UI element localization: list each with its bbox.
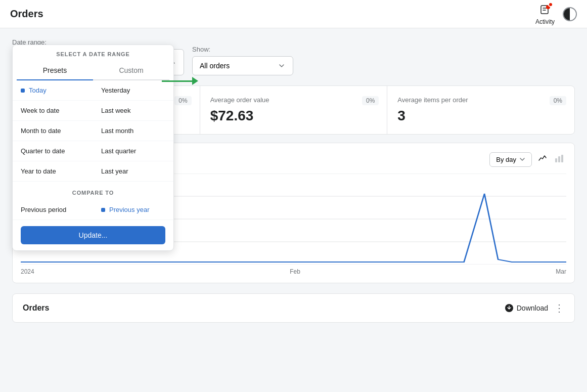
preset-label: Quarter to date xyxy=(21,147,65,155)
line-chart-button[interactable] xyxy=(536,151,550,167)
activity-label: Activity xyxy=(535,18,555,25)
show-select-button[interactable]: All orders xyxy=(192,56,293,75)
preset-label: Month to date xyxy=(21,127,61,135)
stat-value: 3 xyxy=(397,108,564,124)
x-label-mar: Mar xyxy=(556,268,566,275)
arrow-indicator xyxy=(162,77,198,85)
preset-year-to-date[interactable]: Year to date xyxy=(13,161,93,182)
preset-label: Last week xyxy=(101,107,131,114)
compare-section: COMPARE TO Previous period Previous year xyxy=(13,182,173,220)
preset-today[interactable]: Today xyxy=(13,80,93,101)
compare-previous-period[interactable]: Previous period xyxy=(13,200,93,220)
preset-month-to-date[interactable]: Month to date xyxy=(13,121,93,141)
preset-label: Week to date xyxy=(21,107,59,114)
orders-section-title: Orders xyxy=(23,303,49,313)
by-day-label: By day xyxy=(496,156,516,163)
bar-chart-icon xyxy=(554,153,564,163)
preset-label: Today xyxy=(29,86,47,94)
show-label: Show: xyxy=(192,46,293,53)
compare-section-title: COMPARE TO xyxy=(13,188,173,200)
download-icon xyxy=(505,303,514,313)
more-options-button[interactable]: ⋮ xyxy=(554,302,564,314)
top-navigation: Orders Activity xyxy=(0,0,587,28)
preset-dot xyxy=(21,89,25,93)
stat-label: Average items per order xyxy=(397,96,564,104)
tab-custom[interactable]: Custom xyxy=(93,61,169,80)
orders-section-actions: Download ⋮ xyxy=(505,302,564,314)
orders-section-header: Orders Download ⋮ xyxy=(23,302,564,314)
by-day-select[interactable]: By day xyxy=(489,152,532,167)
compare-previous-year[interactable]: Previous year xyxy=(93,200,173,220)
dropdown-tabs: Presets Custom xyxy=(17,61,169,80)
arrow-line xyxy=(162,80,192,82)
nav-left: Orders xyxy=(10,8,43,20)
x-label-2024: 2024 xyxy=(21,268,34,275)
preset-quarter-to-date[interactable]: Quarter to date xyxy=(13,141,93,161)
bar-chart-button[interactable] xyxy=(552,151,566,167)
activity-icon xyxy=(538,3,552,17)
arrow-head xyxy=(192,77,198,85)
page-title: Orders xyxy=(10,8,43,20)
main-content: Date range: Custom (Jan 1 - Mar 18, 2024… xyxy=(0,28,587,333)
preset-label: Yesterday xyxy=(101,86,130,94)
contrast-icon[interactable] xyxy=(563,7,577,21)
chevron-down-icon xyxy=(278,62,286,70)
date-range-dropdown: SELECT A DATE RANGE Presets Custom Today… xyxy=(12,45,174,251)
show-group: Show: All orders xyxy=(192,46,293,75)
nav-right: Activity xyxy=(535,3,577,25)
orders-section: Orders Download ⋮ xyxy=(12,293,575,323)
chart-type-buttons xyxy=(536,151,566,167)
activity-button[interactable]: Activity xyxy=(535,3,555,25)
preset-last-week[interactable]: Last week xyxy=(93,101,173,121)
preset-last-quarter[interactable]: Last quarter xyxy=(93,141,173,161)
compare-dot xyxy=(101,208,105,212)
line-chart-icon xyxy=(538,153,548,163)
stat-card-avg-items: Average items per order 3 0% xyxy=(387,86,574,134)
stat-card-avg-order: Average order value $72.63 0% xyxy=(200,86,388,134)
preset-label: Last quarter xyxy=(101,147,136,155)
stat-label: Average order value xyxy=(210,96,377,104)
download-label: Download xyxy=(517,304,548,312)
activity-badge xyxy=(548,2,553,7)
compare-row: Previous period Previous year xyxy=(13,200,173,220)
svg-rect-3 xyxy=(558,156,560,162)
presets-grid: Today Yesterday Week to date Last week M… xyxy=(13,80,173,182)
compare-label: Previous period xyxy=(21,206,66,213)
stat-badge: 0% xyxy=(550,96,566,105)
dropdown-section-title: SELECT A DATE RANGE xyxy=(13,45,173,61)
chevron-down-icon xyxy=(519,156,525,162)
preset-week-to-date[interactable]: Week to date xyxy=(13,101,93,121)
chart-right-controls: By day xyxy=(489,151,566,167)
dropdown-scroll[interactable]: SELECT A DATE RANGE Presets Custom Today… xyxy=(13,45,173,250)
update-button[interactable]: Update... xyxy=(21,226,165,244)
preset-last-year[interactable]: Last year xyxy=(93,161,173,182)
stat-badge: 0% xyxy=(174,96,191,105)
x-label-feb: Feb xyxy=(290,268,300,275)
preset-label: Year to date xyxy=(21,167,56,175)
download-button[interactable]: Download xyxy=(505,303,548,313)
show-value: All orders xyxy=(200,62,230,70)
compare-label: Previous year xyxy=(109,206,149,213)
svg-rect-4 xyxy=(561,155,563,162)
stat-value: $72.63 xyxy=(210,108,377,124)
tab-presets[interactable]: Presets xyxy=(17,61,93,80)
preset-label: Last month xyxy=(101,127,133,135)
preset-last-month[interactable]: Last month xyxy=(93,121,173,141)
preset-label: Last year xyxy=(101,167,128,175)
stat-badge: 0% xyxy=(362,96,379,105)
svg-rect-2 xyxy=(555,158,557,162)
